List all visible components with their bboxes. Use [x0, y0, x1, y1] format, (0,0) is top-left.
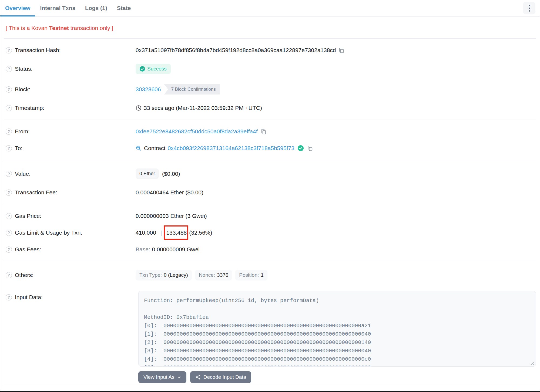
position-badge: Position: 1	[235, 270, 267, 281]
check-circle-icon	[140, 66, 145, 72]
gas-price-value: 0.000000003 Ether (3 Gwei)	[136, 213, 207, 219]
copy-from-address-button[interactable]	[260, 129, 267, 135]
help-icon[interactable]: ?	[6, 145, 12, 151]
testnet-notice: [ This is a Kovan Testnet transaction on…	[0, 17, 540, 38]
timestamp-label: Timestamp:	[15, 105, 44, 111]
txn-type-key: Txn Type:	[139, 272, 162, 278]
status-text: Success	[147, 66, 167, 72]
help-icon[interactable]: ?	[6, 105, 12, 111]
tab-overview[interactable]: Overview	[0, 0, 35, 16]
decode-icon	[195, 374, 201, 380]
to-address-link[interactable]: 0x4cb093f226983713164a62138c3f718a5b595f…	[167, 145, 294, 151]
copy-icon	[338, 47, 344, 53]
copy-icon	[307, 145, 313, 151]
gas-fees-label: Gas Fees:	[15, 246, 41, 253]
others-label: Others:	[15, 272, 33, 278]
input-data-actions: View Input As Decode Input Data	[138, 371, 536, 383]
decode-input-data-button[interactable]: Decode Input Data	[190, 371, 251, 383]
block-confirmations-badge: 7 Block Confirmations	[164, 84, 220, 94]
window-bottom-bar	[0, 391, 540, 392]
to-label: To:	[15, 145, 22, 151]
help-icon[interactable]: ?	[6, 230, 12, 236]
row-others: ? Others: Txn Type: 0 (Legacy) Nonce: 33…	[4, 265, 536, 286]
input-data-box[interactable]: Function: performUpkeep(uint256 id, byte…	[138, 291, 536, 367]
tab-internal-txns[interactable]: Internal Txns	[35, 0, 80, 16]
row-gas-limit-usage: ? Gas Limit & Usage by Txn: 410,000 | 13…	[4, 224, 536, 241]
view-input-as-label: View Input As	[143, 374, 175, 380]
section-addresses: ? From: 0xfee7522e8482682cf50ddc50a0f8da…	[0, 120, 540, 160]
kebab-icon	[529, 5, 530, 6]
section-other: ? Others: Txn Type: 0 (Legacy) Nonce: 33…	[0, 261, 540, 391]
input-data-text: Function: performUpkeep(uint256 id, byte…	[144, 296, 530, 367]
help-icon[interactable]: ?	[6, 171, 12, 177]
help-icon[interactable]: ?	[6, 129, 12, 135]
row-transaction-hash: ? Transaction Hash: 0x371a51097fb78df856…	[4, 42, 536, 59]
resize-handle-icon[interactable]	[531, 361, 534, 365]
gas-used-percent: (32.56%)	[189, 229, 212, 236]
nonce-value: 3376	[217, 272, 228, 278]
tab-state[interactable]: State	[112, 0, 136, 16]
help-icon[interactable]: ?	[6, 272, 12, 278]
row-gas-price: ? Gas Price: 0.000000003 Ether (3 Gwei)	[4, 208, 536, 224]
notice-bold: Testnet	[49, 25, 69, 31]
notice-prefix: [ This is a Kovan	[6, 25, 49, 31]
help-icon[interactable]: ?	[6, 190, 12, 196]
gas-limit-usage-label: Gas Limit & Usage by Txn:	[15, 229, 82, 236]
value-amount-badge: 0 Ether	[136, 168, 159, 179]
copy-hash-button[interactable]	[338, 47, 344, 53]
transaction-hash-label: Transaction Hash:	[15, 47, 61, 53]
row-block: ? Block: 30328606 7 Block Confirmations	[4, 79, 536, 100]
notice-suffix: transaction only ]	[69, 25, 113, 31]
decode-input-data-label: Decode Input Data	[203, 374, 246, 380]
help-icon[interactable]: ?	[6, 47, 12, 53]
block-label: Block:	[15, 86, 30, 93]
gas-price-label: Gas Price:	[15, 213, 41, 219]
help-icon[interactable]: ?	[6, 213, 12, 219]
view-input-as-button[interactable]: View Input As	[138, 371, 186, 383]
magnifier-plus-icon[interactable]	[136, 145, 142, 151]
section-summary: ? Transaction Hash: 0x371a51097fb78df856…	[0, 39, 540, 120]
tab-bar: Overview Internal Txns Logs (1) State	[0, 0, 540, 17]
help-icon[interactable]: ?	[6, 66, 12, 72]
gas-fees-base-label: Base:	[136, 246, 150, 253]
gas-limit-value: 410,000	[136, 229, 156, 236]
transaction-fee-label: Transaction Fee:	[15, 189, 57, 196]
tab-logs[interactable]: Logs (1)	[80, 0, 112, 16]
input-data-label: Input Data:	[15, 294, 43, 300]
txn-type-value: 0 (Legacy)	[164, 272, 188, 278]
section-value: ? Value: 0 Ether ($0.00) ? Transaction F…	[0, 160, 540, 204]
contract-word: Contract	[144, 145, 165, 151]
help-icon[interactable]: ?	[6, 294, 12, 300]
nonce-badge: Nonce: 3376	[195, 270, 232, 281]
row-input-data: ? Input Data: Function: performUpkeep(ui…	[4, 286, 536, 388]
gas-fees-base-value: 0.000000009 Gwei	[152, 246, 200, 253]
block-number-link[interactable]: 30328606	[136, 86, 161, 93]
gas-used-value: 133,488	[166, 229, 187, 236]
chevron-down-icon	[177, 375, 181, 379]
clock-icon	[136, 105, 142, 111]
help-icon[interactable]: ?	[6, 246, 12, 253]
from-label: From:	[15, 128, 30, 135]
copy-icon	[260, 129, 267, 135]
help-icon[interactable]: ?	[6, 86, 12, 93]
row-transaction-fee: ? Transaction Fee: 0.000400464 Ether ($0…	[4, 184, 536, 201]
status-label: Status:	[15, 66, 32, 72]
txn-type-badge: Txn Type: 0 (Legacy)	[136, 270, 192, 281]
value-label: Value:	[15, 171, 31, 177]
from-address-link[interactable]: 0xfee7522e8482682cf50ddc50a0f8da2a39effa…	[136, 128, 258, 135]
position-value: 1	[261, 272, 264, 278]
bottom-divider	[4, 386, 536, 386]
row-value: ? Value: 0 Ether ($0.00)	[4, 163, 536, 184]
timestamp-value: 33 secs ago (Mar-11-2022 03:59:32 PM +UT…	[144, 105, 262, 111]
position-key: Position:	[239, 272, 259, 278]
status-badge: Success	[136, 64, 171, 74]
transaction-hash-value: 0x371a51097fb78df856f8b4a7bd459f192d8cc8…	[136, 47, 336, 53]
row-to: ? To: Contract 0x4cb093f226983713164a621…	[4, 140, 536, 157]
section-gas: ? Gas Price: 0.000000003 Ether (3 Gwei) …	[0, 204, 540, 261]
kebab-menu-button[interactable]	[523, 2, 535, 14]
copy-to-address-button[interactable]	[307, 145, 313, 151]
transaction-fee-value: 0.000400464 Ether ($0.00)	[136, 189, 203, 196]
tabs: Overview Internal Txns Logs (1) State	[0, 0, 136, 16]
verified-contract-icon	[298, 145, 304, 151]
row-from: ? From: 0xfee7522e8482682cf50ddc50a0f8da…	[4, 123, 536, 140]
